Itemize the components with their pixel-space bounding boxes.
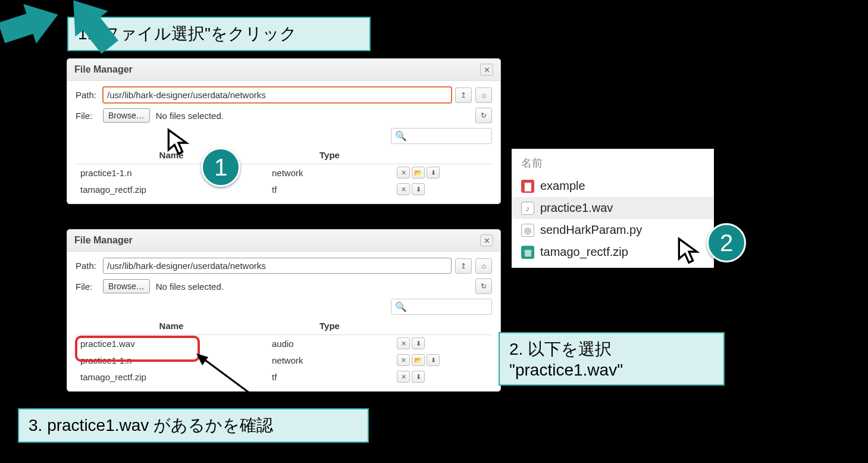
picker-item-label: sendHarkParam.py xyxy=(540,223,642,237)
table-row[interactable]: tamago_rectf.ziptf✕⬇ xyxy=(76,368,492,385)
down-button[interactable]: ⬇ xyxy=(427,354,440,366)
callout-step-3: 3. practice1.wav があるかを確認 xyxy=(18,408,369,443)
file-type-cell: tf xyxy=(267,368,392,385)
file-type-cell: network xyxy=(267,352,392,368)
table-row[interactable]: practice1.wavaudio✕⬇ xyxy=(76,335,492,352)
file-type-cell: audio xyxy=(267,335,392,352)
arrow-right-icon xyxy=(0,0,65,55)
up-button[interactable]: ↥ xyxy=(455,258,472,274)
search-input[interactable] xyxy=(409,302,488,311)
py-icon: ◎ xyxy=(521,224,534,237)
down-button[interactable]: ⬇ xyxy=(412,337,425,349)
file-table-1: Name Type practice1-1.nnetwork✕📂⬇tamago_… xyxy=(76,146,492,198)
col-name[interactable]: Name xyxy=(76,317,267,335)
file-actions-cell: ✕📂⬇ xyxy=(392,164,492,182)
file-type-cell: network xyxy=(267,164,392,182)
search-input[interactable] xyxy=(409,132,488,140)
arrow-left-icon xyxy=(55,0,129,62)
picker-item[interactable]: ◎sendHarkParam.py xyxy=(512,219,714,241)
file-name-cell: practice1.wav xyxy=(76,335,267,352)
path-label: Path: xyxy=(76,90,99,100)
file-row: File: Browse… No files selected. ↻ xyxy=(76,108,492,123)
file-manager-dialog-1: File Manager ✕ Path: ↥ ⌂ File: Browse… N… xyxy=(67,58,501,204)
file-actions-cell: ✕📂⬇ xyxy=(392,352,492,368)
path-input[interactable] xyxy=(103,87,452,103)
refresh-button[interactable]: ↻ xyxy=(475,108,492,123)
refresh-button[interactable]: ↻ xyxy=(475,279,492,294)
path-row: Path: ↥ ⌂ xyxy=(76,258,492,274)
del-button[interactable]: ✕ xyxy=(397,167,410,179)
del-button[interactable]: ✕ xyxy=(397,183,410,195)
dialog-header: File Manager ✕ xyxy=(67,230,500,252)
no-files-text: No files selected. xyxy=(156,111,224,121)
file-table-2: Name Type practice1.wavaudio✕⬇practice1-… xyxy=(76,317,492,385)
file-name-cell: tamago_rectf.zip xyxy=(76,368,267,385)
dialog-title: File Manager xyxy=(74,235,133,246)
search-row: 🔍 xyxy=(76,128,492,144)
picker-item-label: example xyxy=(540,179,585,193)
table-row[interactable]: tamago_rectf.ziptf✕⬇ xyxy=(76,181,492,198)
open-button[interactable]: 📂 xyxy=(412,354,425,366)
path-label: Path: xyxy=(76,261,99,271)
badge-2: 2 xyxy=(707,223,746,262)
home-button[interactable]: ⌂ xyxy=(475,87,492,103)
no-files-text: No files selected. xyxy=(156,281,224,292)
picker-item[interactable]: ▇example xyxy=(512,175,714,197)
dialog-header: File Manager ✕ xyxy=(67,59,500,81)
svg-marker-0 xyxy=(0,0,64,53)
open-button[interactable]: 📂 xyxy=(412,167,425,179)
home-button[interactable]: ⌂ xyxy=(475,258,492,274)
col-type[interactable]: Type xyxy=(267,146,392,164)
picker-header: 名前 xyxy=(512,154,714,175)
file-row: File: Browse… No files selected. ↻ xyxy=(76,279,492,294)
picker-item-label: tamago_rectf.zip xyxy=(540,245,628,259)
path-input[interactable] xyxy=(103,258,452,274)
del-button[interactable]: ✕ xyxy=(397,337,410,349)
col-actions xyxy=(392,317,492,335)
table-row[interactable]: practice1-1.nnetwork✕📂⬇ xyxy=(76,352,492,368)
del-button[interactable]: ✕ xyxy=(397,354,410,366)
file-type-cell: tf xyxy=(267,181,392,198)
picker-item-label: practice1.wav xyxy=(540,201,613,215)
callout-2-line2: "practice1.wav" xyxy=(509,361,714,380)
os-file-picker: 名前 ▇example♪practice1.wav◎sendHarkParam.… xyxy=(512,149,714,268)
callout-step-2: 2. 以下を選択 "practice1.wav" xyxy=(499,332,725,386)
down-button[interactable]: ⬇ xyxy=(412,371,425,383)
path-row: Path: ↥ ⌂ xyxy=(76,87,492,103)
down-button[interactable]: ⬇ xyxy=(412,183,425,195)
callout-2-line1: 2. 以下を選択 xyxy=(509,338,714,361)
file-name-cell: practice1-1.n xyxy=(76,352,267,368)
search-box[interactable]: 🔍 xyxy=(391,299,492,315)
close-icon[interactable]: ✕ xyxy=(480,234,493,246)
file-name-cell: tamago_rectf.zip xyxy=(76,181,267,198)
table-row[interactable]: practice1-1.nnetwork✕📂⬇ xyxy=(76,164,492,182)
col-type[interactable]: Type xyxy=(267,317,392,335)
audio-icon: ♪ xyxy=(521,202,534,215)
picker-item[interactable]: ♪practice1.wav xyxy=(512,197,714,219)
down-button[interactable]: ⬇ xyxy=(427,167,440,179)
browse-button[interactable]: Browse… xyxy=(103,108,150,123)
file-label: File: xyxy=(76,281,99,292)
col-actions xyxy=(392,146,492,164)
search-icon: 🔍 xyxy=(395,301,407,312)
file-label: File: xyxy=(76,111,99,121)
search-box[interactable]: 🔍 xyxy=(391,128,492,144)
badge-1: 1 xyxy=(201,148,240,187)
file-manager-dialog-2: File Manager ✕ Path: ↥ ⌂ File: Browse… N… xyxy=(67,229,501,392)
file-actions-cell: ✕⬇ xyxy=(392,335,492,352)
dialog-body: Path: ↥ ⌂ File: Browse… No files selecte… xyxy=(67,81,500,204)
search-icon: 🔍 xyxy=(395,130,407,142)
browse-button[interactable]: Browse… xyxy=(103,279,150,293)
dialog-body: Path: ↥ ⌂ File: Browse… No files selecte… xyxy=(67,252,500,391)
up-button[interactable]: ↥ xyxy=(455,87,472,103)
close-icon[interactable]: ✕ xyxy=(480,64,493,76)
folder-icon: ▇ xyxy=(521,180,534,193)
file-actions-cell: ✕⬇ xyxy=(392,181,492,198)
search-row: 🔍 xyxy=(76,299,492,315)
del-button[interactable]: ✕ xyxy=(397,371,410,383)
zip-icon: ▦ xyxy=(521,246,534,259)
picker-item[interactable]: ▦tamago_rectf.zip xyxy=(512,241,714,263)
dialog-title: File Manager xyxy=(74,64,133,75)
file-actions-cell: ✕⬇ xyxy=(392,368,492,385)
